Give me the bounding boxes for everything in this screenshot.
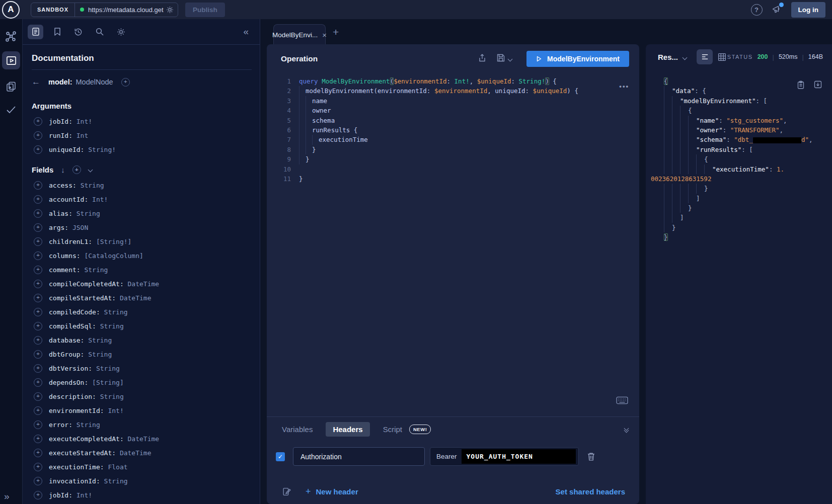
close-icon[interactable]: × <box>322 31 327 39</box>
sort-icon[interactable]: ↓ <box>61 165 65 174</box>
megaphone-icon[interactable] <box>772 5 782 15</box>
apollo-logo[interactable]: A <box>2 1 20 19</box>
documentation-icon[interactable] <box>28 25 43 39</box>
code-line[interactable]: 5schema <box>275 116 639 125</box>
response-title[interactable]: Res... <box>658 53 678 61</box>
field-row[interactable]: +description: String <box>31 389 252 403</box>
code-line[interactable]: 8} <box>275 145 639 154</box>
field-row[interactable]: +error: String <box>31 417 252 432</box>
expand-rail-icon[interactable]: » <box>4 491 10 502</box>
plus-circle-icon[interactable]: + <box>34 463 42 471</box>
checks-icon[interactable] <box>5 104 17 116</box>
settings-gear-icon[interactable] <box>116 27 126 37</box>
plus-circle-icon[interactable]: + <box>34 364 42 373</box>
graphql-editor[interactable]: 1query ModelByEnvironment($environmentId… <box>267 73 639 184</box>
plus-circle-icon[interactable]: + <box>34 491 42 499</box>
argument-row[interactable]: +jobId: Int! <box>31 114 252 128</box>
code-line[interactable]: 9} <box>275 154 639 164</box>
plus-circle-icon[interactable]: + <box>34 117 42 126</box>
collapse-left-icon[interactable]: « <box>243 26 249 37</box>
field-row[interactable]: +invocationId: String <box>31 474 252 488</box>
request-tab-headers[interactable]: Headers <box>326 422 369 437</box>
field-row[interactable]: +executeCompletedAt: DateTime <box>31 432 252 446</box>
plus-circle-icon[interactable]: + <box>34 251 42 260</box>
doc-model-type[interactable]: ModelNode <box>76 78 113 86</box>
field-row[interactable]: +access: String <box>31 178 252 192</box>
share-icon[interactable] <box>478 53 487 64</box>
kebab-menu-icon[interactable]: ••• <box>619 82 629 90</box>
operation-tab[interactable]: ModelByEnvi... × <box>273 24 326 45</box>
trash-icon[interactable] <box>587 452 595 461</box>
code-line[interactable]: 10 <box>275 164 639 174</box>
plus-circle-icon[interactable]: + <box>34 421 42 429</box>
field-row[interactable]: +dependsOn: [String] <box>31 375 252 389</box>
plus-circle-icon[interactable]: + <box>34 392 42 401</box>
edit-document-icon[interactable] <box>282 487 291 496</box>
field-row[interactable]: +compiledCode: String <box>31 305 252 319</box>
field-row[interactable]: +dbtGroup: String <box>31 347 252 361</box>
chevron-down-icon[interactable] <box>88 167 93 173</box>
publish-button[interactable]: Publish <box>185 3 225 17</box>
run-operation-button[interactable]: ModelByEnvironment <box>526 51 629 67</box>
header-name-input[interactable] <box>293 447 425 466</box>
plus-circle-icon[interactable]: + <box>72 165 81 174</box>
back-arrow-icon[interactable]: ← <box>32 77 40 87</box>
plus-circle-icon[interactable]: + <box>34 322 42 330</box>
plus-circle-icon[interactable]: + <box>34 294 42 302</box>
search-icon[interactable] <box>95 27 104 36</box>
field-row[interactable]: +environmentId: Int! <box>31 403 252 417</box>
plus-circle-icon[interactable]: + <box>34 237 42 246</box>
plus-circle-icon[interactable]: + <box>34 449 42 457</box>
request-tab-variables[interactable]: Variables <box>282 425 313 434</box>
plus-circle-icon[interactable]: + <box>34 406 42 415</box>
code-line[interactable]: 2modelByEnvironment(environmentId: $envi… <box>275 86 639 96</box>
plus-circle-icon[interactable]: + <box>34 209 42 218</box>
plus-circle-icon[interactable]: + <box>34 223 42 232</box>
plus-circle-icon[interactable]: + <box>34 181 42 190</box>
field-row[interactable]: +args: JSON <box>31 220 252 234</box>
field-row[interactable]: +compiledSql: String <box>31 319 252 333</box>
field-row[interactable]: +comment: String <box>31 263 252 277</box>
code-line[interactable]: 1query ModelByEnvironment($environmentId… <box>275 76 639 86</box>
plus-circle-icon[interactable]: + <box>34 378 42 387</box>
code-line[interactable]: 7executionTime <box>275 135 639 144</box>
field-row[interactable]: +compileCompletedAt: DateTime <box>31 277 252 291</box>
plus-circle-icon[interactable]: + <box>34 131 42 140</box>
new-tab-icon[interactable]: + <box>333 26 339 38</box>
field-row[interactable]: +accountId: Int! <box>31 192 252 206</box>
field-row[interactable]: +alias: String <box>31 206 252 220</box>
login-button[interactable]: Log in <box>791 2 826 18</box>
plus-circle-icon[interactable]: + <box>34 477 42 485</box>
plus-circle-icon[interactable]: + <box>34 308 42 316</box>
copy-icon[interactable] <box>797 80 805 92</box>
set-shared-headers-link[interactable]: Set shared headers <box>556 487 625 496</box>
code-line[interactable]: 11} <box>275 174 639 184</box>
field-row[interactable]: +childrenL1: [String!] <box>31 234 252 248</box>
plus-circle-icon[interactable]: + <box>34 266 42 274</box>
plus-circle-icon[interactable]: + <box>121 78 130 87</box>
field-row[interactable]: +database: String <box>31 333 252 347</box>
operation-collection-icon[interactable] <box>5 80 17 93</box>
field-row[interactable]: +executionTime: Float <box>31 460 252 474</box>
field-row[interactable]: +columns: [CatalogColumn] <box>31 248 252 263</box>
field-row[interactable]: +dbtVersion: String <box>31 361 252 375</box>
gear-icon[interactable] <box>166 6 174 14</box>
plus-circle-icon[interactable]: + <box>34 280 42 288</box>
chevron-down-icon[interactable] <box>508 56 513 61</box>
field-row[interactable]: +executeStartedAt: DateTime <box>31 446 252 460</box>
request-tab-script[interactable]: Script <box>383 425 402 434</box>
plus-circle-icon[interactable]: + <box>34 195 42 204</box>
header-value-field[interactable]: Bearer YOUR_AUTH_TOKEN <box>430 447 579 466</box>
field-row[interactable]: +jobId: Int! <box>31 488 252 502</box>
header-enabled-checkbox[interactable]: ✓ <box>276 452 285 461</box>
collapse-down-icon[interactable] <box>625 427 628 432</box>
save-icon[interactable] <box>496 53 505 64</box>
history-icon[interactable] <box>73 27 83 37</box>
chevron-down-icon[interactable] <box>683 55 688 60</box>
plus-circle-icon[interactable]: + <box>34 435 42 443</box>
table-view-icon[interactable] <box>718 53 726 61</box>
help-icon[interactable]: ? <box>751 4 763 16</box>
download-icon[interactable] <box>814 80 822 92</box>
bookmark-icon[interactable] <box>53 27 61 36</box>
schema-graph-icon[interactable] <box>5 30 18 43</box>
